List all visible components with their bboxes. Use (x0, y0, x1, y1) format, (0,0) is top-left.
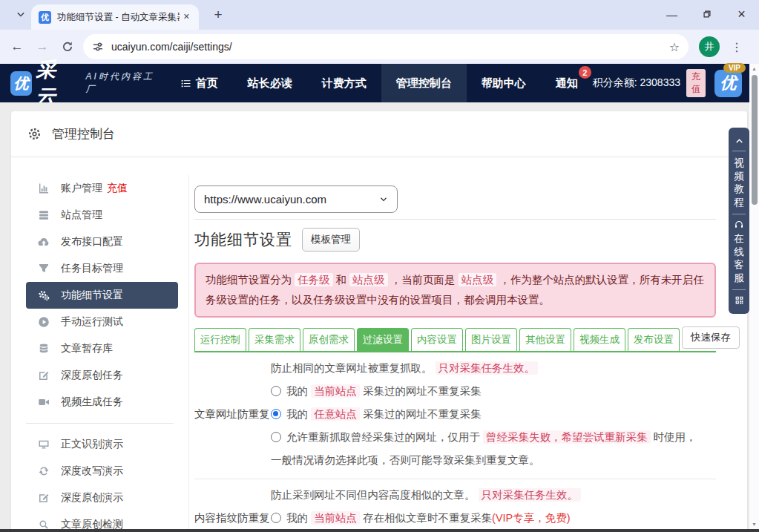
settings-tabs: 运行控制采集需求原创需求过滤设置内容设置图片设置其他设置视频生成发布设置快速保存 (194, 326, 716, 352)
gear-icon (27, 127, 42, 141)
headset-icon[interactable] (729, 220, 749, 230)
sidebar-item-label: 视频生成任务 (61, 395, 123, 409)
edit-icon (38, 492, 50, 504)
tab-原创需求[interactable]: 原创需求 (303, 328, 355, 351)
browser-profile-avatar[interactable]: 井 (699, 36, 720, 57)
tab-发布设置[interactable]: 发布设置 (628, 328, 680, 351)
forward-icon[interactable]: → (30, 39, 55, 54)
radio-unchecked[interactable] (271, 432, 281, 442)
sidebar-item-label: 深度改写演示 (61, 464, 123, 478)
sidebar-item-任务目标管理[interactable]: 任务目标管理 (26, 255, 178, 282)
sidebar-item-label: 手动运行测试 (61, 315, 123, 329)
radio-option[interactable]: 我的 当前站点 存在相似文章时不重复采集(VIP专享，免费) (271, 507, 716, 530)
tab-过滤设置[interactable]: 过滤设置 (357, 328, 409, 351)
sidebar-item-正文识别演示[interactable]: 正文识别演示 (26, 431, 178, 458)
site-select[interactable]: https://www.ucaiyun.com (194, 185, 398, 213)
sidebar-item-手动运行测试[interactable]: 手动运行测试 (26, 309, 178, 335)
tab-close-icon[interactable]: × (180, 10, 193, 24)
edit-icon (38, 370, 50, 381)
form-row-content: 防止采到网址不同但内容高度相似的文章。 只对采集任务生效。我的 当前站点 存在相… (271, 484, 716, 532)
sidebar-item-深度原创任务[interactable]: 深度原创任务 (26, 362, 178, 389)
sidebar-item-label: 站点管理 (61, 208, 102, 222)
sidebar-divider (26, 423, 174, 424)
new-tab-button[interactable]: + (209, 7, 227, 23)
tab-运行控制[interactable]: 运行控制 (194, 328, 246, 351)
tab-采集需求[interactable]: 采集需求 (249, 328, 300, 351)
sidebar: 账户管理充值站点管理发布接口配置任务目标管理功能细节设置手动运行测试文章暂存库深… (11, 175, 189, 532)
nav-item-通知[interactable]: 通知2 (541, 64, 593, 102)
nav-item-计费方式[interactable]: 计费方式 (307, 64, 381, 102)
site-info-icon[interactable] (92, 41, 104, 53)
main-content: https://www.ucaiyun.com 功能细节设置 模板管理 功能细节… (194, 185, 716, 532)
content-card: 管理控制台 账户管理充值站点管理发布接口配置任务目标管理功能细节设置手动运行测试… (11, 111, 747, 532)
sidebar-item-label: 正文识别演示 (61, 438, 123, 451)
restore-button[interactable] (689, 0, 724, 28)
radio-checked[interactable] (271, 409, 281, 419)
scroll-down-icon[interactable]: ▼ (749, 519, 759, 529)
sidebar-item-深度改写演示[interactable]: 深度改写演示 (26, 458, 178, 485)
nav-item-管理控制台[interactable]: 管理控制台 (381, 64, 467, 102)
window-bottom-edge (0, 529, 759, 532)
scroll-up-icon[interactable]: ▲ (749, 64, 759, 73)
page-title: 功能细节设置 (194, 229, 292, 250)
nav-item-首页[interactable]: 首页 (165, 64, 233, 102)
radio-unchecked[interactable] (271, 386, 281, 396)
bookmark-star-icon[interactable]: ☆ (669, 40, 680, 54)
sidebar-item-深度原创演示[interactable]: 深度原创演示 (26, 485, 178, 511)
url-text[interactable]: ucaiyun.com/caiji/settings/ (111, 41, 669, 53)
site-navbar: 优 采云 AI时代内容工厂 首页站长必读计费方式管理控制台帮助中心通知2 积分余… (0, 64, 749, 102)
sidebar-item-label: 深度原创任务 (61, 369, 123, 382)
online-service-link[interactable]: 在线客服 (734, 232, 744, 284)
option-description: 防止采到网址不同但内容高度相似的文章。 只对采集任务生效。 (271, 484, 716, 507)
sidebar-item-label: 文章暂存库 (61, 342, 113, 355)
recharge-button[interactable]: 充值 (686, 69, 706, 97)
tab-search-icon[interactable] (10, 6, 31, 24)
chevron-up-icon[interactable] (729, 136, 749, 145)
quick-save-button[interactable]: 快速保存 (682, 326, 740, 349)
sidebar-item-label: 账户管理 (61, 182, 102, 195)
close-button[interactable]: × (724, 0, 759, 28)
radio-option[interactable]: 允许重新抓取曾经采集过的网址，仅用于 曾经采集失败，希望尝试重新采集 时使用， (271, 426, 716, 449)
highlight-term: 只对采集任务生效。 (436, 361, 539, 375)
nav-item-帮助中心[interactable]: 帮助中心 (467, 64, 541, 102)
sidebar-item-label: 任务目标管理 (61, 262, 123, 275)
reload-icon[interactable] (55, 41, 80, 53)
template-manage-button[interactable]: 模板管理 (302, 228, 360, 252)
highlight-term: 当前站点 (311, 511, 360, 525)
tab-图片设置[interactable]: 图片设置 (465, 328, 517, 351)
text: 采集过的网址不重复采集 (360, 408, 482, 420)
text: 和 (333, 274, 350, 286)
browser-menu-icon[interactable]: ⋮ (729, 40, 744, 54)
radio-option[interactable]: 我的 当前站点 采集过的网址不重复采集 (271, 380, 716, 403)
text: 一般情况请勿选择此项，否则可能导致采集到重复文章。 (271, 454, 540, 466)
qr-code-icon[interactable] (729, 295, 749, 305)
sidebar-item-文章暂存库[interactable]: 文章暂存库 (26, 335, 178, 362)
nav-item-label: 帮助中心 (482, 76, 526, 91)
sidebar-item-视频生成任务[interactable]: 视频生成任务 (26, 389, 178, 416)
back-icon[interactable]: ← (4, 39, 30, 54)
user-avatar[interactable]: 优 VIP (714, 70, 742, 97)
text: 采集过的网址不重复采集 (360, 385, 482, 397)
scrollbar-thumb[interactable] (752, 75, 758, 205)
video-tutorial-link[interactable]: 视频教程 (734, 157, 744, 208)
radio-option[interactable]: 我的 任意站点 采集过的网址不重复采集 (271, 403, 716, 426)
sidebar-item-站点管理[interactable]: 站点管理 (26, 202, 178, 229)
minimize-button[interactable]: — (654, 0, 689, 28)
page-scrollbar[interactable]: ▲ ▼ (749, 64, 759, 532)
browser-tab[interactable]: 优 功能细节设置 - 自动文章采集器 × (31, 4, 199, 30)
nav-item-站长必读[interactable]: 站长必读 (233, 64, 307, 102)
tab-其他设置[interactable]: 其他设置 (519, 328, 571, 351)
radio-unchecked[interactable] (271, 513, 281, 523)
tab-视频生成[interactable]: 视频生成 (574, 328, 625, 351)
site-select-value: https://www.ucaiyun.com (204, 193, 326, 206)
divider (732, 151, 746, 151)
url-bar[interactable]: ucaiyun.com/caiji/settings/ ☆ (83, 34, 689, 59)
option-description: 一般情况请勿选择此项，否则可能导致采集到重复文章。 (271, 449, 716, 472)
recharge-link[interactable]: 充值 (107, 182, 128, 195)
tab-内容设置[interactable]: 内容设置 (411, 328, 463, 351)
monitor-icon (38, 439, 50, 450)
sidebar-item-功能细节设置[interactable]: 功能细节设置 (26, 282, 178, 309)
sidebar-item-发布接口配置[interactable]: 发布接口配置 (26, 229, 178, 255)
sidebar-item-账户管理[interactable]: 账户管理充值 (26, 175, 178, 202)
site-logo-icon[interactable]: 优 (10, 71, 32, 96)
